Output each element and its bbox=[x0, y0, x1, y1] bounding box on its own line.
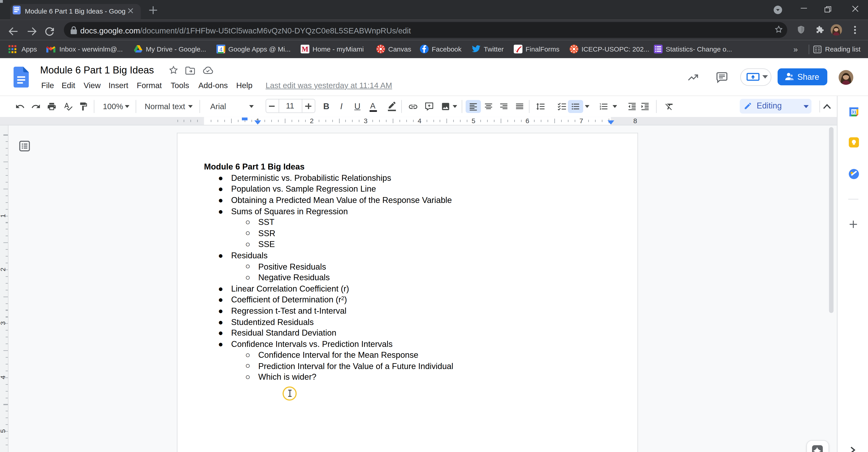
svg-text:M: M bbox=[302, 45, 309, 53]
svg-text:4: 4 bbox=[219, 46, 222, 53]
svg-text:31: 31 bbox=[851, 109, 856, 114]
